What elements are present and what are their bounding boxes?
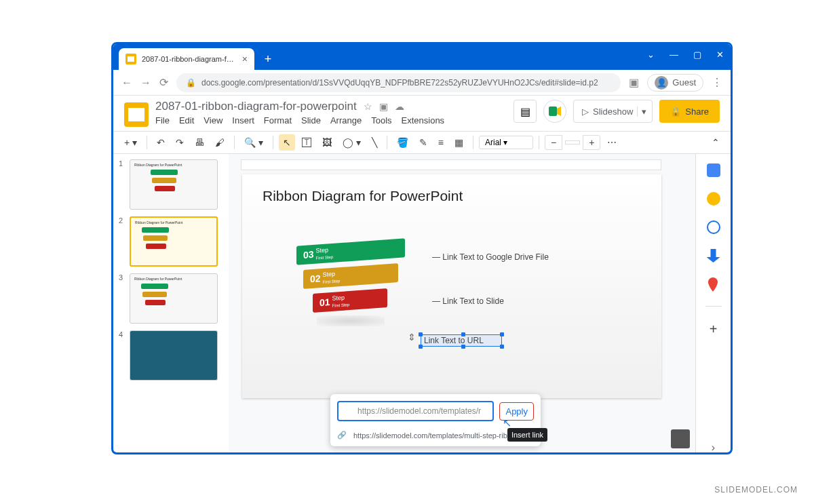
maps-icon[interactable]: [707, 277, 720, 291]
svg-rect-0: [549, 106, 557, 116]
share-button[interactable]: 🔒 Share: [659, 100, 720, 123]
doc-title[interactable]: 2087-01-ribbon-diagram-for-powerpoint: [155, 100, 357, 113]
thumbnail[interactable]: 2 Ribbon Diagram for PowerPoint: [119, 216, 223, 267]
lock-icon: 🔒: [186, 78, 196, 88]
line-icon[interactable]: ╲: [368, 134, 381, 151]
ribbon-diagram[interactable]: 03StepFirst Step 02StepFirst Step 01Step…: [296, 242, 419, 326]
chevron-down-icon[interactable]: ▾: [637, 106, 646, 117]
text-link-drive[interactable]: — Link Text to Google Drive File: [432, 252, 549, 262]
reload-icon[interactable]: ⟳: [159, 76, 168, 89]
font-size-plus[interactable]: +: [583, 135, 600, 150]
browser-titlebar: 2087-01-ribbon-diagram-for-po × + ⌄ — ▢ …: [113, 44, 731, 70]
keep-icon[interactable]: [707, 192, 720, 206]
window-frame: 2087-01-ribbon-diagram-for-po × + ⌄ — ▢ …: [111, 42, 733, 454]
border-color-icon[interactable]: ✎: [415, 134, 431, 151]
calendar-icon[interactable]: [707, 163, 720, 177]
watermark: SLIDEMODEL.COM: [714, 485, 798, 495]
paint-format-icon[interactable]: 🖌: [211, 134, 229, 151]
profile-chip[interactable]: 👤 Guest: [647, 74, 703, 92]
menu-tools[interactable]: Tools: [371, 115, 391, 125]
forward-icon[interactable]: →: [140, 77, 151, 89]
move-icon[interactable]: ▣: [379, 101, 388, 112]
insert-link-popup: 🔍 Apply ↖ Insert link 🔗 https://slidemod…: [330, 394, 541, 446]
slides-favicon-icon: [125, 54, 136, 64]
text-link-slide[interactable]: — Link Text to Slide: [432, 296, 504, 306]
explore-button[interactable]: [671, 429, 690, 448]
back-icon[interactable]: ←: [121, 77, 132, 89]
meet-button[interactable]: [543, 100, 566, 123]
link-icon: 🔗: [337, 431, 347, 440]
border-weight-icon[interactable]: ≡: [434, 134, 448, 151]
textbox-icon[interactable]: 🅃: [298, 134, 315, 151]
undo-icon[interactable]: ↶: [153, 134, 169, 151]
print-icon[interactable]: 🖶: [191, 134, 208, 151]
cursor-icon: ↖: [503, 416, 511, 429]
menu-slide[interactable]: Slide: [301, 115, 321, 125]
slides-logo-icon[interactable]: [124, 102, 149, 127]
slide-title[interactable]: Ribbon Diagram for PowerPoint: [263, 188, 641, 204]
close-window-icon[interactable]: ✕: [716, 50, 724, 60]
link-url-input[interactable]: [337, 401, 494, 421]
menu-edit[interactable]: Edit: [179, 115, 194, 125]
thumbnail[interactable]: 4: [119, 330, 223, 381]
menu-view[interactable]: View: [204, 115, 222, 125]
cloud-icon[interactable]: ☁: [395, 101, 404, 112]
avatar-icon: 👤: [655, 76, 668, 90]
border-dash-icon[interactable]: ▦: [450, 134, 467, 151]
font-select[interactable]: Arial ▾: [479, 136, 533, 149]
chevron-down-icon[interactable]: ⌄: [647, 50, 655, 60]
tab-title: 2087-01-ribbon-diagram-for-po: [142, 55, 237, 63]
link-suggestion[interactable]: 🔗 https://slidemodel.com/templates/multi…: [337, 431, 534, 440]
tasks-icon[interactable]: [707, 220, 720, 234]
redo-icon[interactable]: ↷: [172, 134, 188, 151]
menu-arrange[interactable]: Arrange: [330, 115, 362, 125]
expand-side-icon[interactable]: ›: [712, 442, 715, 454]
apply-link-button[interactable]: Apply ↖: [499, 402, 534, 421]
thumbnail[interactable]: 1 Ribbon Diagram for PowerPoint: [119, 159, 223, 210]
menu-bar: File Edit View Insert Format Slide Arran…: [155, 115, 507, 125]
shape-icon[interactable]: ◯ ▾: [338, 134, 365, 151]
fill-color-icon[interactable]: 🪣: [393, 134, 412, 151]
contacts-icon[interactable]: [707, 249, 720, 263]
selected-textbox[interactable]: Link Text to URL: [421, 334, 502, 347]
url-field[interactable]: 🔒 docs.google.com/presentation/d/1SsVVQd…: [176, 73, 621, 92]
image-icon[interactable]: 🖼: [318, 134, 336, 151]
browser-tab[interactable]: 2087-01-ribbon-diagram-for-po ×: [119, 48, 254, 70]
collapse-toolbar-icon[interactable]: ⌃: [708, 134, 724, 151]
maximize-icon[interactable]: ▢: [693, 50, 701, 60]
more-toolbar-icon[interactable]: ⋯: [603, 134, 621, 151]
slide[interactable]: Ribbon Diagram for PowerPoint 03StepFirs…: [242, 174, 661, 398]
reader-icon[interactable]: ▣: [629, 76, 639, 89]
ruler-horizontal: [241, 159, 661, 170]
zoom-icon[interactable]: 🔍 ▾: [240, 134, 267, 151]
star-icon[interactable]: ☆: [364, 101, 372, 112]
svg-marker-1: [557, 106, 561, 116]
url-text: docs.google.com/presentation/d/1SsVVQdUq…: [201, 78, 598, 88]
select-tool-icon[interactable]: ↖: [279, 134, 295, 151]
toolbar: + ▾ ↶ ↷ 🖶 🖌 🔍 ▾ ↖ 🅃 🖼 ◯ ▾ ╲ 🪣 ✎ ≡ ▦ Aria…: [113, 131, 731, 154]
play-icon: ▷: [582, 106, 589, 117]
address-bar: ← → ⟳ 🔒 docs.google.com/presentation/d/1…: [113, 70, 731, 96]
window-controls: ⌄ — ▢ ✕: [647, 50, 724, 60]
menu-insert[interactable]: Insert: [232, 115, 254, 125]
comment-history-button[interactable]: ▤: [513, 100, 537, 123]
kebab-menu-icon[interactable]: ⋮: [712, 76, 722, 89]
minimize-icon[interactable]: —: [670, 50, 678, 60]
app-header: 2087-01-ribbon-diagram-for-powerpoint ☆ …: [113, 96, 731, 127]
add-addon-icon[interactable]: +: [710, 322, 718, 337]
tooltip: Insert link: [507, 428, 547, 442]
drag-handle-icon[interactable]: ⇕: [408, 332, 416, 343]
guest-label: Guest: [672, 77, 696, 88]
slideshow-button[interactable]: ▷ Slideshow ▾: [573, 100, 653, 123]
close-tab-icon[interactable]: ×: [242, 54, 248, 64]
menu-file[interactable]: File: [155, 115, 170, 125]
new-tab-button[interactable]: +: [260, 51, 276, 67]
lock-icon: 🔒: [670, 106, 681, 117]
new-slide-button[interactable]: + ▾: [120, 134, 141, 151]
font-size-minus[interactable]: −: [545, 135, 562, 150]
side-panel: + ›: [695, 154, 731, 454]
font-size-value[interactable]: [565, 140, 580, 144]
menu-extensions[interactable]: Extensions: [402, 115, 445, 125]
menu-format[interactable]: Format: [264, 115, 292, 125]
thumbnail[interactable]: 3 Ribbon Diagram for PowerPoint: [119, 273, 223, 324]
